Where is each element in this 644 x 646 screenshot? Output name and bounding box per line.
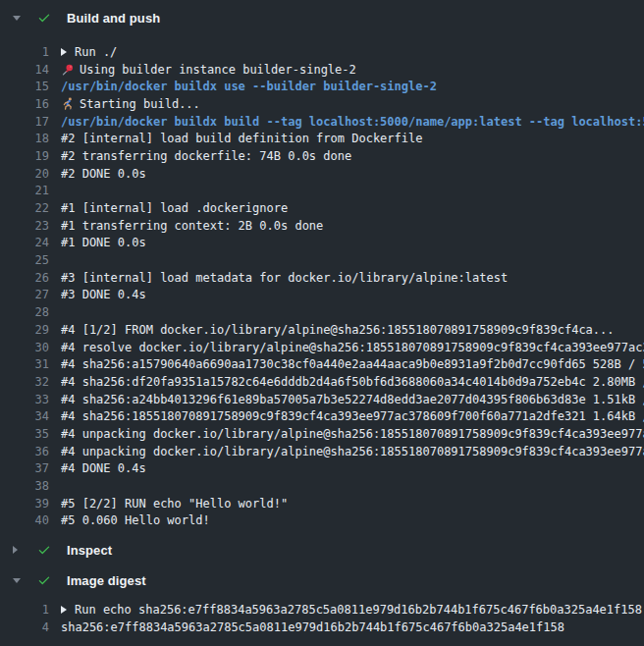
log-line[interactable]: 22#1 [internal] load .dockerignore — [0, 199, 644, 217]
line-number[interactable]: 29 — [0, 323, 49, 337]
log-lines: 1Run ./14Using builder instance builder-… — [0, 43, 644, 529]
log-line[interactable]: 16Starting build... — [0, 95, 644, 113]
log-line[interactable]: 27#3 DONE 0.4s — [0, 287, 644, 304]
line-content: #1 [internal] load .dockerignore — [61, 201, 644, 215]
log-line[interactable]: 23#1 transferring context: 2B 0.0s done — [0, 217, 644, 235]
log-line[interactable]: 26#3 [internal] load metadata for docker… — [0, 269, 644, 287]
line-number[interactable]: 22 — [0, 201, 49, 215]
line-text: #5 0.060 Hello world! — [61, 513, 210, 527]
chevron-down-icon[interactable] — [13, 578, 23, 583]
log-line[interactable]: 15/usr/bin/docker buildx use --builder b… — [0, 78, 644, 95]
log-line[interactable]: 24#1 DONE 0.0s — [0, 235, 644, 252]
check-success-icon — [36, 10, 52, 26]
group-header-inspect[interactable]: Inspect — [0, 537, 644, 563]
log-line[interactable]: 4sha256:e7ff8834a5963a2785c5a0811e979d16… — [0, 619, 644, 636]
line-number[interactable]: 39 — [0, 497, 49, 511]
log-lines: 1Run echo sha256:e7ff8834a5963a2785c5a08… — [0, 601, 644, 635]
line-text: #2 [internal] load build definition from… — [61, 132, 422, 145]
line-number[interactable]: 1 — [0, 603, 49, 617]
line-text: #4 unpacking docker.io/library/alpine@sh… — [61, 445, 644, 458]
line-number[interactable]: 16 — [0, 97, 49, 111]
check-success-icon — [36, 572, 52, 588]
line-content: #4 sha256:185518070891758909c9f839cf4ca3… — [61, 409, 644, 423]
line-content: #2 [internal] load build definition from… — [61, 132, 644, 145]
line-content: /usr/bin/docker buildx build --tag local… — [61, 115, 644, 129]
line-content: /usr/bin/docker buildx use --builder bui… — [61, 80, 644, 93]
line-number[interactable]: 14 — [0, 63, 49, 77]
line-number[interactable]: 40 — [0, 513, 49, 527]
line-number[interactable]: 27 — [0, 288, 49, 301]
line-text: Using builder instance builder-single-2 — [80, 63, 356, 77]
line-number[interactable]: 23 — [0, 219, 49, 233]
log-line[interactable]: 1Run ./ — [0, 43, 644, 61]
line-text: sha256:e7ff8834a5963a2785c5a0811e979d16b… — [61, 620, 564, 634]
line-number[interactable]: 38 — [0, 479, 49, 493]
line-number[interactable]: 17 — [0, 115, 49, 129]
log-line[interactable]: 32#4 sha256:df20fa9351a15782c64e6dddb2d4… — [0, 373, 644, 391]
line-content: Run ./ — [61, 45, 644, 59]
line-text: #3 DONE 0.4s — [61, 288, 146, 301]
log-line[interactable]: 30#4 resolve docker.io/library/alpine@sh… — [0, 339, 644, 356]
line-number[interactable]: 28 — [0, 305, 49, 319]
log-line[interactable]: 35#4 unpacking docker.io/library/alpine@… — [0, 425, 644, 443]
chevron-down-icon[interactable] — [13, 16, 23, 21]
line-number[interactable]: 4 — [0, 620, 49, 634]
line-number[interactable]: 30 — [0, 341, 49, 354]
line-number[interactable]: 1 — [0, 45, 49, 59]
log-line[interactable]: 31#4 sha256:a15790640a6690aa1730c38cf0a4… — [0, 355, 644, 373]
line-content: #2 DONE 0.0s — [61, 167, 644, 181]
line-number[interactable]: 20 — [0, 167, 49, 181]
log-line[interactable]: 21 — [0, 183, 644, 200]
log-line[interactable]: 29#4 [1/2] FROM docker.io/library/alpine… — [0, 321, 644, 339]
line-number[interactable]: 19 — [0, 149, 49, 163]
line-number[interactable]: 33 — [0, 393, 49, 406]
line-text: #5 [2/2] RUN echo "Hello world!" — [61, 497, 288, 511]
line-number[interactable]: 37 — [0, 461, 49, 475]
run-triangle-icon[interactable] — [61, 48, 67, 56]
line-number[interactable]: 36 — [0, 445, 49, 458]
line-number[interactable]: 15 — [0, 80, 49, 93]
log-line[interactable]: 34#4 sha256:185518070891758909c9f839cf4c… — [0, 407, 644, 425]
line-number[interactable]: 18 — [0, 132, 49, 145]
line-text: #2 DONE 0.0s — [61, 167, 146, 181]
line-number[interactable]: 31 — [0, 357, 49, 371]
line-text: #4 unpacking docker.io/library/alpine@sh… — [61, 427, 644, 441]
run-triangle-icon[interactable] — [61, 606, 67, 614]
log-line[interactable]: 18#2 [internal] load build definition fr… — [0, 130, 644, 147]
log-line[interactable]: 19#2 transferring dockerfile: 74B 0.0s d… — [0, 147, 644, 165]
line-text: #1 DONE 0.0s — [61, 236, 146, 249]
log-line[interactable]: 17/usr/bin/docker buildx build --tag loc… — [0, 113, 644, 131]
log-line[interactable]: 36#4 unpacking docker.io/library/alpine@… — [0, 443, 644, 460]
log-line[interactable]: 33#4 sha256:a24bb4013296f61e89ba57005a7b… — [0, 391, 644, 408]
log-line[interactable]: 20#2 DONE 0.0s — [0, 165, 644, 183]
group-header-build-and-push[interactable]: Build and push — [0, 5, 644, 30]
log-line[interactable]: 14Using builder instance builder-single-… — [0, 61, 644, 79]
log-line[interactable]: 40#5 0.060 Hello world! — [0, 512, 644, 530]
group-title: Build and push — [67, 11, 160, 26]
log-line[interactable]: 38 — [0, 477, 644, 495]
check-success-icon — [36, 542, 52, 558]
line-number[interactable]: 25 — [0, 253, 49, 267]
group-header-image-digest[interactable]: Image digest — [0, 567, 644, 593]
line-number[interactable]: 26 — [0, 271, 49, 285]
line-text: /usr/bin/docker buildx build --tag local… — [61, 115, 644, 129]
log-line[interactable]: 37#4 DONE 0.4s — [0, 460, 644, 478]
log-line[interactable]: 28 — [0, 303, 644, 321]
line-text: #4 sha256:a15790640a6690aa1730c38cf0a440… — [61, 357, 644, 371]
line-content: #3 DONE 0.4s — [61, 288, 644, 301]
log-line[interactable]: 39#5 [2/2] RUN echo "Hello world!" — [0, 495, 644, 512]
line-content: #4 sha256:a24bb4013296f61e89ba57005a7b3e… — [61, 393, 644, 406]
log-group-image-digest: Image digest 1Run echo sha256:e7ff8834a5… — [0, 567, 644, 635]
log-line[interactable]: 1Run echo sha256:e7ff8834a5963a2785c5a08… — [0, 601, 644, 619]
line-number[interactable]: 35 — [0, 427, 49, 441]
workflow-log-viewer: Build and push 1Run ./14Using builder in… — [0, 0, 644, 646]
log-group-inspect: Inspect — [0, 537, 644, 563]
line-number[interactable]: 32 — [0, 375, 49, 389]
chevron-right-icon[interactable] — [13, 546, 23, 554]
line-number[interactable]: 24 — [0, 236, 49, 249]
line-content: #1 transferring context: 2B 0.0s done — [61, 219, 644, 233]
log-line[interactable]: 25 — [0, 251, 644, 269]
line-number[interactable]: 21 — [0, 184, 49, 197]
line-content: #4 DONE 0.4s — [61, 461, 644, 475]
line-number[interactable]: 34 — [0, 409, 49, 423]
